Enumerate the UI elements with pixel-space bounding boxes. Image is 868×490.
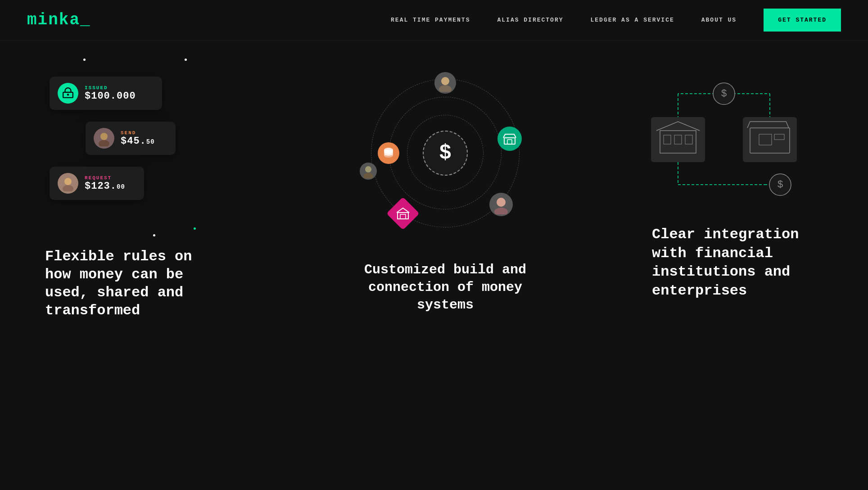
left-panel: ISSUED $100.000 SEND $45.50: [45, 68, 261, 320]
dollar-sign: $: [439, 141, 452, 165]
svg-point-4: [64, 178, 72, 185]
center-text: Customized build and connection of money…: [344, 261, 547, 314]
right-panel: $ $ Clear integrati: [629, 68, 832, 300]
send-card-text: SEND $45.50: [121, 130, 155, 147]
center-headline: Customized build and connection of money…: [344, 261, 547, 314]
navbar: minka_ REAL TIME PAYMENTS ALIAS DIRECTOR…: [0, 0, 868, 41]
card-request: REQUEST $123.00: [50, 167, 144, 200]
svg-rect-32: [651, 117, 705, 162]
svg-text:$: $: [721, 88, 727, 100]
request-amount: $123.00: [85, 181, 125, 192]
card-issued: ISSUED $100.000: [50, 77, 162, 110]
nav-ledger-as-a-service[interactable]: LEDGER AS A SERVICE: [591, 17, 674, 23]
svg-point-19: [497, 198, 506, 207]
request-avatar: [58, 173, 78, 194]
send-avatar: [94, 128, 114, 149]
logo: minka_: [27, 11, 91, 29]
orbit-icon-store: [497, 127, 522, 151]
svg-point-22: [363, 173, 373, 178]
dollar-center: $: [423, 131, 468, 176]
card-send: SEND $45.50: [86, 122, 176, 155]
svg-rect-17: [398, 213, 408, 219]
left-headline: Flexible rules on how money can be used,…: [45, 248, 225, 320]
nav-about-us[interactable]: ABOUT US: [701, 17, 737, 23]
svg-rect-15: [504, 138, 515, 144]
dot-2: [185, 59, 187, 61]
issued-label: ISSUED: [85, 85, 136, 91]
send-cents: 50: [146, 138, 155, 145]
svg-text:$: $: [777, 179, 783, 191]
svg-point-20: [494, 208, 508, 214]
integration-diagram: $ $: [647, 81, 800, 207]
orbit-avatar-left: [360, 163, 377, 180]
orbit-avatar-bottom: [489, 193, 513, 216]
svg-point-6: [441, 77, 449, 85]
request-cents: 00: [117, 183, 125, 191]
dot-1: [83, 59, 86, 61]
nav-alias-directory[interactable]: ALIAS DIRECTORY: [497, 17, 563, 23]
nav-links: REAL TIME PAYMENTS ALIAS DIRECTORY LEDGE…: [391, 9, 841, 32]
main-content: ISSUED $100.000 SEND $45.50: [0, 41, 868, 490]
send-label: SEND: [121, 130, 155, 136]
svg-point-3: [99, 140, 109, 146]
svg-rect-37: [743, 117, 797, 162]
svg-rect-16: [507, 140, 512, 144]
svg-point-7: [439, 85, 452, 92]
nav-real-time-payments[interactable]: REAL TIME PAYMENTS: [391, 17, 470, 23]
orbit-icon-coins: [378, 142, 399, 164]
svg-point-1: [67, 94, 69, 95]
request-label: REQUEST: [85, 175, 125, 181]
svg-point-5: [63, 185, 73, 191]
send-amount: $45.50: [121, 136, 155, 147]
svg-rect-18: [400, 214, 406, 219]
get-started-button[interactable]: GET STARTED: [764, 9, 841, 32]
request-card-text: REQUEST $123.00: [85, 175, 125, 192]
orbit-diagram: $: [355, 59, 535, 248]
issued-icon: [58, 83, 78, 104]
svg-point-21: [365, 166, 371, 172]
transaction-cards: ISSUED $100.000 SEND $45.50: [45, 77, 261, 221]
orbit-avatar-top: [434, 72, 456, 94]
svg-point-2: [100, 133, 108, 140]
right-headline: Clear integration with financial institu…: [652, 225, 832, 300]
issued-card-text: ISSUED $100.000: [85, 85, 136, 102]
issued-amount: $100.000: [85, 91, 136, 102]
svg-point-14: [384, 153, 393, 158]
center-panel: $: [261, 68, 629, 314]
